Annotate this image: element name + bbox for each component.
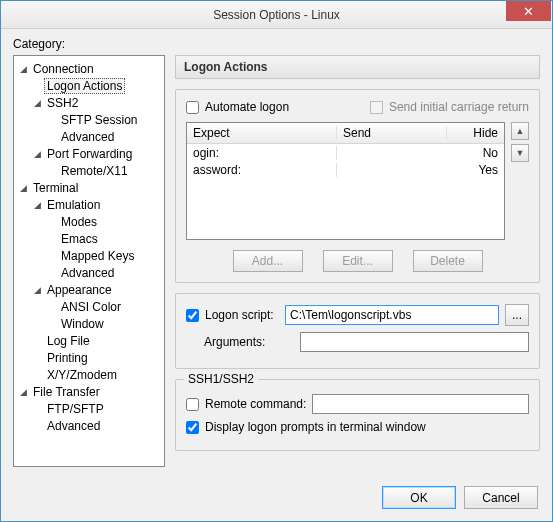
chevron-down-icon[interactable]: ◢ <box>30 200 44 210</box>
tree-printing[interactable]: Printing <box>44 351 91 365</box>
chevron-down-icon[interactable]: ◢ <box>16 387 30 397</box>
session-options-window: Session Options - Linux ✕ Category: ◢ Co… <box>0 0 553 522</box>
arguments-input[interactable] <box>300 332 529 352</box>
tree-appearance[interactable]: Appearance <box>44 283 115 297</box>
list-header: Expect Send Hide <box>187 123 504 144</box>
dialog-footer: OK Cancel <box>382 486 538 509</box>
chevron-down-icon[interactable]: ◢ <box>16 183 30 193</box>
chevron-down-icon[interactable]: ◢ <box>30 285 44 295</box>
remote-command-checkbox[interactable] <box>186 398 199 411</box>
chevron-down-icon[interactable]: ◢ <box>30 149 44 159</box>
titlebar: Session Options - Linux ✕ <box>1 1 552 29</box>
remote-command-input[interactable] <box>312 394 529 414</box>
col-hide[interactable]: Hide <box>447 126 504 140</box>
chevron-down-icon[interactable]: ◢ <box>30 98 44 108</box>
ssh-legend: SSH1/SSH2 <box>184 372 258 386</box>
delete-button[interactable]: Delete <box>413 250 483 272</box>
tree-ansi-color[interactable]: ANSI Color <box>58 300 124 314</box>
tree-logon-actions[interactable]: Logon Actions <box>44 78 125 94</box>
browse-button[interactable]: ... <box>505 304 529 326</box>
tree-sftp-session[interactable]: SFTP Session <box>58 113 140 127</box>
logon-script-label: Logon script: <box>205 308 279 322</box>
display-prompts-checkbox[interactable] <box>186 421 199 434</box>
display-prompts-label: Display logon prompts in terminal window <box>205 420 426 434</box>
tree-xyzmodem[interactable]: X/Y/Zmodem <box>44 368 120 382</box>
tree-advanced[interactable]: Advanced <box>44 419 103 433</box>
chevron-down-icon[interactable]: ◢ <box>16 64 30 74</box>
logon-script-group: Logon script: ... Arguments: <box>175 293 540 369</box>
section-title: Logon Actions <box>175 55 540 79</box>
edit-button[interactable]: Edit... <box>323 250 393 272</box>
tree-emacs[interactable]: Emacs <box>58 232 101 246</box>
settings-panel: Logon Actions Automate logon Send initia… <box>175 55 540 467</box>
automate-logon-label: Automate logon <box>205 100 289 114</box>
move-up-icon[interactable]: ▲ <box>511 122 529 140</box>
tree-advanced[interactable]: Advanced <box>58 266 117 280</box>
tree-log-file[interactable]: Log File <box>44 334 93 348</box>
ssh-group: SSH1/SSH2 Remote command: Display logon … <box>175 379 540 451</box>
tree-advanced[interactable]: Advanced <box>58 130 117 144</box>
tree-ftp-sftp[interactable]: FTP/SFTP <box>44 402 107 416</box>
window-title: Session Options - Linux <box>1 8 552 22</box>
category-tree[interactable]: ◢ Connection Logon Actions ◢SSH2 SFTP Se… <box>13 55 165 467</box>
category-label: Category: <box>13 37 540 51</box>
add-button[interactable]: Add... <box>233 250 303 272</box>
tree-terminal[interactable]: Terminal <box>30 181 81 195</box>
tree-modes[interactable]: Modes <box>58 215 100 229</box>
logon-script-input[interactable] <box>285 305 499 325</box>
col-expect[interactable]: Expect <box>187 126 337 140</box>
table-row[interactable]: ogin: No <box>187 144 504 161</box>
tree-emulation[interactable]: Emulation <box>44 198 103 212</box>
automate-logon-group: Automate logon Send initial carriage ret… <box>175 89 540 283</box>
tree-remote-x11[interactable]: Remote/X11 <box>58 164 131 178</box>
expect-send-list[interactable]: Expect Send Hide ogin: No <box>186 122 505 240</box>
col-send[interactable]: Send <box>337 126 447 140</box>
logon-script-checkbox[interactable] <box>186 309 199 322</box>
table-row[interactable]: assword: Yes <box>187 161 504 178</box>
tree-ssh2[interactable]: SSH2 <box>44 96 81 110</box>
move-down-icon[interactable]: ▼ <box>511 144 529 162</box>
remote-command-label: Remote command: <box>205 397 306 411</box>
cancel-button[interactable]: Cancel <box>464 486 538 509</box>
tree-window[interactable]: Window <box>58 317 107 331</box>
automate-logon-checkbox[interactable] <box>186 101 199 114</box>
tree-mapped-keys[interactable]: Mapped Keys <box>58 249 137 263</box>
content-area: Category: ◢ Connection Logon Actions ◢SS… <box>1 29 552 477</box>
arguments-label: Arguments: <box>186 335 294 349</box>
tree-connection[interactable]: Connection <box>30 62 97 76</box>
send-initial-cr-label: Send initial carriage return <box>389 100 529 114</box>
send-initial-cr-checkbox <box>370 101 383 114</box>
ok-button[interactable]: OK <box>382 486 456 509</box>
tree-file-transfer[interactable]: File Transfer <box>30 385 103 399</box>
tree-port-forwarding[interactable]: Port Forwarding <box>44 147 135 161</box>
